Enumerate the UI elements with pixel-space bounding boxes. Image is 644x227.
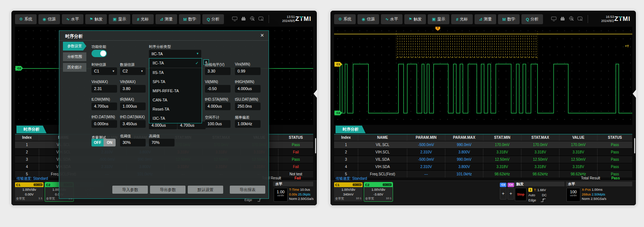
channel-scale: 1.00V/div	[334, 188, 363, 192]
dropdown-option[interactable]: SPI-TA	[149, 77, 202, 86]
field-input[interactable]: 2.31 ▼	[91, 85, 117, 93]
field-input[interactable]: C2 ▼	[120, 67, 146, 75]
timebase-box[interactable]: 1.00 us/div	[274, 188, 288, 202]
enable-toggle[interactable]	[91, 50, 107, 57]
menu-measure[interactable]: ⊿ 测量	[475, 14, 496, 24]
dialog-button[interactable]: 导出参数	[150, 186, 186, 194]
total-result-value: Fail	[295, 176, 301, 180]
channel-tab[interactable]: C4	[508, 183, 514, 187]
dialog-button[interactable]: 默认设置	[188, 186, 223, 194]
trigger-type-label[interactable]: Edge	[528, 198, 536, 202]
trigger-section: 触发 Stop 1 T: 1.66V Auto DC Edge	[514, 182, 565, 186]
trigger-sweep[interactable]: Auto	[528, 193, 535, 197]
horizontal-title: 水平	[566, 182, 632, 186]
field-label: Vil(MIN)	[205, 80, 231, 85]
dropdown-option[interactable]: CAN-TA	[149, 96, 202, 105]
menu-trigger[interactable]: ⚑ 触发	[404, 14, 426, 24]
menu-system[interactable]: ⚙ 系统	[15, 14, 37, 24]
dialog-button[interactable]: 导出报表	[230, 186, 265, 194]
dropdown-option[interactable]: MIPI-RFFE-TA	[149, 86, 202, 96]
menu-cursor[interactable]: # 光标	[132, 14, 154, 24]
menu-cursor[interactable]: # 光标	[451, 14, 473, 24]
dialog-tab[interactable]: 参数设置	[63, 42, 86, 51]
antenna-icon: ◉	[362, 17, 366, 22]
horizontal-title: 水平	[273, 182, 313, 186]
table-row[interactable]: 4 VIH.SDA 2.310V 3.800V 3.318V 3.318V 3.…	[334, 163, 632, 170]
low-threshold-input[interactable]: 30%	[120, 139, 146, 146]
field-input[interactable]: 4.000us	[235, 85, 261, 93]
field-input[interactable]: 0.000ns ▼	[91, 120, 117, 128]
dialog-tab[interactable]: 历史统计	[63, 63, 86, 72]
dialog-button[interactable]: 导入参数	[112, 186, 148, 194]
menu-math[interactable]: M 数学	[179, 14, 201, 24]
menu-display[interactable]: ▣ 显示	[109, 14, 130, 24]
table-scrollbar[interactable]	[634, 138, 635, 153]
channel-box[interactable]: C1 DC1M 1.00V/div 0.00V 全带宽 1:1	[15, 182, 44, 201]
field-input[interactable]: 0.99	[235, 67, 261, 75]
channel-box[interactable]: C2 DC1M 1.00V/div -3.60V 全带宽 10:1	[364, 182, 393, 201]
field-input[interactable]: -0.50	[205, 85, 231, 93]
menu-analyze[interactable]: Q 分析	[521, 14, 543, 24]
channel-tab[interactable]: C3	[500, 183, 506, 187]
panel-collapse-handle[interactable]	[314, 90, 317, 98]
dropdown-option[interactable]: I3C-TA	[149, 114, 202, 123]
field-input[interactable]: 1.000us ▼	[120, 103, 146, 110]
close-icon[interactable]: ✕	[260, 33, 264, 38]
menu-trigger[interactable]: ⚑ 触发	[85, 14, 107, 24]
menu-math[interactable]: M 数学	[498, 14, 520, 24]
usb-icon	[241, 16, 246, 21]
panel-collapse-handle[interactable]	[633, 90, 636, 98]
dropdown-option[interactable]: IIS-TA	[149, 68, 202, 77]
table-row[interactable]: 1 VIL.SCL -500.0mV 990.0mV 170.0mV 170.0…	[334, 141, 632, 148]
field-label: Vini(MIN)	[235, 62, 261, 67]
field-input[interactable]: 250.0ns	[235, 103, 261, 110]
quality-on-button[interactable]: ON	[104, 139, 116, 146]
menu-measure[interactable]: ⊿ 测量	[156, 14, 177, 24]
analysis-results-tab[interactable]: 时序分析	[336, 126, 366, 133]
param-field: 总线电平(V) 3.30	[205, 62, 231, 80]
menu-source[interactable]: ◉ 信源	[357, 14, 379, 24]
analysis-type-select[interactable]: IIC-TA ▼	[149, 50, 201, 58]
menu-label: 分析	[211, 16, 220, 22]
field-input[interactable]: 4.700us ▼	[91, 103, 117, 110]
high-threshold-input[interactable]: 70%	[149, 139, 175, 146]
add-channel-button[interactable]: +	[508, 188, 514, 200]
flag-icon: ⚑	[409, 17, 412, 22]
table-row[interactable]: 3 VIL.SDA -500.0mV 990.0mV 12.50mV 12.50…	[334, 156, 632, 163]
add-channel-button[interactable]: +	[500, 188, 506, 200]
timebase-box[interactable]: 100 us/div	[566, 188, 580, 202]
total-result-label: Total Result	[581, 176, 600, 180]
field-input[interactable]: 100.0us	[205, 120, 231, 128]
quality-off-button[interactable]: OFF	[91, 139, 104, 146]
table-scrollbar[interactable]	[315, 138, 316, 153]
menu-horizontal[interactable]: ∿ 水平	[62, 14, 83, 24]
menu-display[interactable]: ▣ 显示	[428, 14, 449, 24]
field-input[interactable]: 3.80 ▼	[120, 85, 146, 93]
analysis-results-tab[interactable]: 时序分析	[16, 126, 46, 133]
dropdown-option[interactable]: Reset-TA	[149, 105, 202, 114]
menu-label: 水平	[71, 16, 79, 22]
bandwidth-label: 全带宽	[46, 197, 55, 201]
menu-horizontal[interactable]: ∿ 水平	[381, 14, 402, 24]
dropdown-option[interactable]: IIC-TA ✓	[149, 59, 202, 68]
acquisition-state[interactable]: Stop	[515, 188, 527, 201]
channel-offset: 0.00V	[15, 193, 44, 197]
field-input[interactable]: 1.00kHz	[235, 120, 261, 128]
menu-label: 显示	[118, 16, 126, 22]
field-input[interactable]: C1 ▼	[91, 67, 117, 75]
trigger-coupling[interactable]: DC	[542, 193, 547, 197]
menu-label: 测量	[484, 16, 492, 22]
check-icon: ✓	[195, 59, 199, 68]
menu-analyze[interactable]: Q 分析	[202, 14, 224, 24]
table-row[interactable]: 2 VIH.SCL 2.310V 3.800V 3.318V 3.318V 3.…	[334, 148, 632, 156]
menu-source[interactable]: ◉ 信源	[38, 14, 60, 24]
menu-system[interactable]: ⚙ 系统	[334, 14, 356, 24]
field-input[interactable]: 3.30	[205, 67, 231, 75]
math-icon: M	[183, 17, 187, 22]
c1-clock-burst	[398, 36, 536, 57]
coupling-badge: DC1M	[34, 183, 42, 186]
field-input[interactable]: 4.000us	[205, 103, 231, 110]
field-input[interactable]: 3.450us ▼	[120, 120, 146, 128]
channel-box[interactable]: C1 DC1M 1.00V/div 340mV 全带宽 10:1	[334, 182, 363, 201]
dialog-tab[interactable]: 分析范围	[63, 52, 86, 61]
